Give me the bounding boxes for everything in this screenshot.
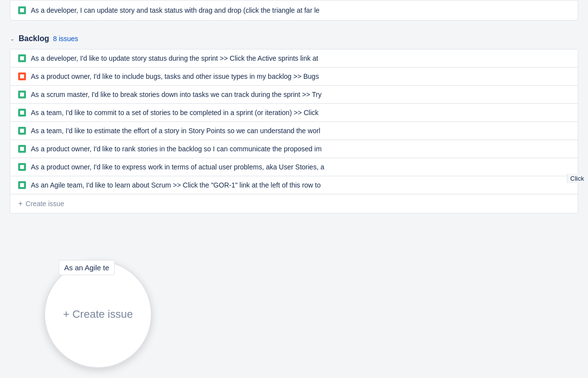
issue-text: As a product owner, I'd like to include … <box>31 72 319 80</box>
create-issue-label: Create issue <box>25 200 64 208</box>
issue-row[interactable]: As an Agile team, I'd like to learn abou… <box>10 176 578 194</box>
issue-row[interactable]: As a developer, I'd like to update story… <box>10 49 578 68</box>
create-issue-plus-icon: + <box>18 199 23 208</box>
backlog-count: 8 issues <box>53 35 78 43</box>
backlog-section-header: ⌄ Backlog 8 issues <box>0 24 588 49</box>
top-issue-text: As a developer, I can update story and t… <box>31 6 319 14</box>
issue-text: As a team, I'd like to commit to a set o… <box>31 109 318 117</box>
issue-row[interactable]: As a product owner, I'd like to express … <box>10 158 578 176</box>
story-icon <box>18 181 26 189</box>
chevron-down-icon[interactable]: ⌄ <box>10 35 15 42</box>
issue-text: As a product owner, I'd like to express … <box>31 163 324 171</box>
story-icon <box>18 163 26 171</box>
issue-row[interactable]: As a product owner, I'd like to rank sto… <box>10 140 578 158</box>
issue-row[interactable]: As a team, I'd like to commit to a set o… <box>10 104 578 122</box>
tooltip-text: As an Agile te <box>64 263 109 272</box>
bug-icon <box>18 72 26 80</box>
create-issue-row[interactable]: + Create issue <box>10 194 578 213</box>
story-icon <box>18 54 26 62</box>
story-icon <box>18 109 26 117</box>
callout-content: + Create issue <box>53 298 143 331</box>
main-container: As a developer, I can update story and t… <box>0 0 588 378</box>
story-icon-top <box>18 6 26 14</box>
callout-create-label: Create issue <box>73 308 133 320</box>
issue-text: As a product owner, I'd like to rank sto… <box>31 145 321 153</box>
issue-row[interactable]: As a scrum master, I'd like to break sto… <box>10 86 578 104</box>
story-icon <box>18 127 26 135</box>
callout-plus-icon: + <box>63 308 73 320</box>
story-icon <box>18 91 26 98</box>
issues-list: As a developer, I'd like to update story… <box>10 49 578 213</box>
issue-text: As a developer, I'd like to update story… <box>31 54 318 62</box>
backlog-title: Backlog <box>19 34 49 43</box>
click-label: Click <box>567 174 587 183</box>
top-issue-row[interactable]: As a developer, I can update story and t… <box>10 0 578 21</box>
issue-text: As a team, I'd like to estimate the effo… <box>31 127 320 135</box>
story-icon <box>18 145 26 153</box>
callout-bubble[interactable]: + Create issue <box>44 260 152 368</box>
tooltip-overlay: As an Agile te <box>59 260 115 275</box>
issue-text: As an Agile team, I'd like to learn abou… <box>31 181 321 189</box>
issue-row[interactable]: As a product owner, I'd like to include … <box>10 68 578 86</box>
issue-text: As a scrum master, I'd like to break sto… <box>31 91 321 98</box>
issue-row[interactable]: As a team, I'd like to estimate the effo… <box>10 122 578 140</box>
